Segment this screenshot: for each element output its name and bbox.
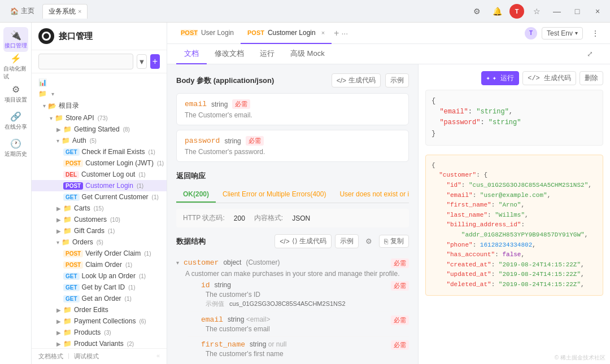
tab-more-button[interactable]: ··· <box>339 29 350 38</box>
struct-sub-row-email: email string <email> 必需 The customer's e… <box>188 312 409 337</box>
example-btn[interactable]: 示例 <box>385 73 409 87</box>
json-line-3: } <box>432 129 597 139</box>
sidebar-item-customer-logout[interactable]: DEL Customer Log out (1) <box>32 169 167 180</box>
firstname-field-name: first_name <box>201 340 245 349</box>
struct-sub-row-firstname-header: first_name string or null 必需 <box>188 340 409 350</box>
response-tab-400[interactable]: Client Error or Multiple Errors(400) <box>216 187 333 203</box>
param-row-password: password string 必需 The Customer's passwo… <box>176 130 409 162</box>
sidebar-item-customers[interactable]: ▶ 📁 Customers (10) <box>32 214 167 225</box>
sidebar-item-products[interactable]: ▶ 📁 Products (3) <box>32 327 167 338</box>
struct-title: 数据结构 <box>176 236 206 247</box>
sidebar-item-look-up-order[interactable]: GET Look Up an Order (1) <box>32 270 167 282</box>
resp-json-6: "billing_address_id": <box>432 220 597 230</box>
home-label: 主页 <box>21 6 34 16</box>
resp-json-5: "last_name": "Willms", <box>432 210 597 221</box>
sidebar-item-order-edits[interactable]: ▶ 📁 Order Edits <box>32 304 167 315</box>
order-edits-folder-icon: 📁 <box>63 306 72 314</box>
sidebar-item-orders[interactable]: ▾ 📁 Orders (5) <box>32 236 167 248</box>
sidebar-item-overview[interactable]: 📊 <box>32 77 167 88</box>
generate-code-btn[interactable]: </> 生成代码 <box>332 73 381 87</box>
sub-tab-edit-doc[interactable]: 修改文档 <box>207 44 252 64</box>
tab2-close-icon[interactable]: × <box>321 29 325 36</box>
bell-icon[interactable]: 🔔 <box>489 3 505 19</box>
home-tab[interactable]: 🏠 主页 <box>5 4 40 18</box>
restore-icon[interactable]: □ <box>569 3 585 19</box>
get-an-order-label: Get an Order <box>82 295 121 302</box>
minimize-icon[interactable]: — <box>549 3 565 19</box>
add-tab-button[interactable]: + <box>334 28 339 38</box>
sub-tab-mock[interactable]: 高级 Mock <box>282 44 333 64</box>
sidebar-item-getting-started[interactable]: ▶ 📁 Getting Started (8) <box>32 124 167 135</box>
struct-settings-icon[interactable]: ⚙ <box>362 235 376 248</box>
debug-btn[interactable]: 调试模式 <box>74 352 99 361</box>
tab-close-icon[interactable]: × <box>78 8 81 15</box>
api-tabs-bar: POST User Login POST Customer Login × + … <box>167 23 610 44</box>
add-button[interactable]: + <box>150 54 160 69</box>
sidebar-item-check-email[interactable]: GET Check if Email Exists (1) <box>32 146 167 157</box>
nav-api-management[interactable]: 🔌 接口管理 <box>3 27 28 52</box>
orders-arrow: ▾ <box>56 239 59 245</box>
expand-icon[interactable]: ⤢ <box>583 47 596 61</box>
star-icon[interactable]: ☆ <box>529 3 544 19</box>
payment-arrow: ▶ <box>56 318 61 324</box>
nav-history[interactable]: 🕐 近期历史 <box>3 135 28 160</box>
struct-example-btn[interactable]: 示例 <box>335 234 359 248</box>
sidebar-item-interface[interactable]: 📁 ▾ <box>32 88 167 99</box>
filter-button[interactable]: ▼ <box>137 54 147 69</box>
sub-tab-doc[interactable]: 文档 <box>176 44 207 64</box>
sidebar-item-customer-login-jwt[interactable]: POST Customer Login (JWT) (1) <box>32 157 167 169</box>
response-tab-401[interactable]: User does not exist or incorrect creden.… <box>333 187 409 203</box>
sidebar-item-store-api[interactable]: ▾ 📁 Store API (73) <box>32 112 167 124</box>
generate-code-right-btn[interactable]: </> 生成代码 <box>522 71 576 85</box>
bottom-collapse-icon[interactable]: « <box>156 352 160 361</box>
api-tab-customer-login[interactable]: POST Customer Login × <box>241 23 332 44</box>
content-format-label: 内容格式: <box>254 213 283 223</box>
env-selector[interactable]: Test Env ▾ <box>542 27 583 40</box>
search-input[interactable] <box>38 54 133 69</box>
close-icon[interactable]: × <box>590 3 605 19</box>
history-icon: 🕐 <box>10 138 21 149</box>
check-email-count: (1) <box>149 149 155 155</box>
api-tab-user-login[interactable]: POST User Login <box>174 23 241 44</box>
verify-order-method: POST <box>63 250 83 257</box>
product-variants-folder-icon: 📁 <box>63 340 72 348</box>
sidebar-item-claim-order[interactable]: POST Claim Order (1) <box>32 259 167 270</box>
sidebar-item-product-variants[interactable]: ▶ 📁 Product Variants (2) <box>32 338 167 348</box>
right-panel-top-actions: ✦ ✦ 运行 </> 生成代码 删除 <box>481 71 603 85</box>
settings-icon: ⚙ <box>12 84 20 95</box>
get-by-cart-id-count: (1) <box>128 284 135 291</box>
gear-icon[interactable]: ⚙ <box>469 3 485 19</box>
http-status-value: 200 <box>234 214 245 222</box>
sidebar-item-root[interactable]: ▾ 📂 根目录 <box>32 99 167 112</box>
look-up-order-count: (1) <box>139 273 146 279</box>
response-meta: HTTP 状态码: 200 内容格式: JSON <box>176 209 409 227</box>
nav-project-settings[interactable]: ⚙ 项目设置 <box>3 81 28 106</box>
run-btn[interactable]: ✦ ✦ 运行 <box>481 71 520 85</box>
customer-login-method: POST <box>63 182 83 190</box>
delete-btn[interactable]: 删除 <box>580 71 603 85</box>
sidebar-item-payment-collections[interactable]: ▶ 📁 Payment Collections (6) <box>32 315 167 327</box>
sidebar-item-verify-order[interactable]: POST Verify Order Claim (1) <box>32 248 167 259</box>
sidebar-item-customer-login[interactable]: POST Customer Login (1) <box>32 180 167 191</box>
business-tab[interactable]: 业务系统 × <box>42 4 88 19</box>
sidebar-item-auth[interactable]: ▾ 📁 Auth (5) <box>32 135 167 146</box>
sidebar-item-carts[interactable]: ▶ 📁 Carts (15) <box>32 203 167 214</box>
sidebar-item-get-by-cart-id[interactable]: GET Get by Cart ID (1) <box>32 282 167 293</box>
carts-folder-icon: 📁 <box>63 204 72 212</box>
get-an-order-method: GET <box>63 295 80 302</box>
sidebar-item-get-an-order[interactable]: GET Get an Order (1) <box>32 293 167 304</box>
nav-automation[interactable]: ⚡ 自动化测试 <box>3 54 28 79</box>
format-btn[interactable]: 文档格式 <box>38 352 63 361</box>
ok-badge: OK(200) <box>183 190 209 198</box>
nav-share[interactable]: 🔗 在线分享 <box>3 108 28 133</box>
user-avatar[interactable]: T <box>509 4 524 19</box>
sub-tab-run[interactable]: 运行 <box>252 44 282 64</box>
sidebar-item-gift-cards[interactable]: ▶ 📁 Gift Cards (1) <box>32 225 167 236</box>
env-more-icon[interactable]: ⋮ <box>587 25 603 41</box>
sidebar-item-get-current-customer[interactable]: GET Get Current Customer (1) <box>32 191 167 203</box>
customer-arrow[interactable]: ▾ <box>176 260 179 266</box>
response-tab-ok[interactable]: OK(200) <box>176 187 216 203</box>
tab-401-label: User does not exist or incorrect creden.… <box>339 190 409 198</box>
struct-copy-btn[interactable]: ⎘ 复制 <box>379 235 409 248</box>
struct-generate-code-btn[interactable]: </> ⟨⟩ 生成代码 <box>274 234 332 248</box>
